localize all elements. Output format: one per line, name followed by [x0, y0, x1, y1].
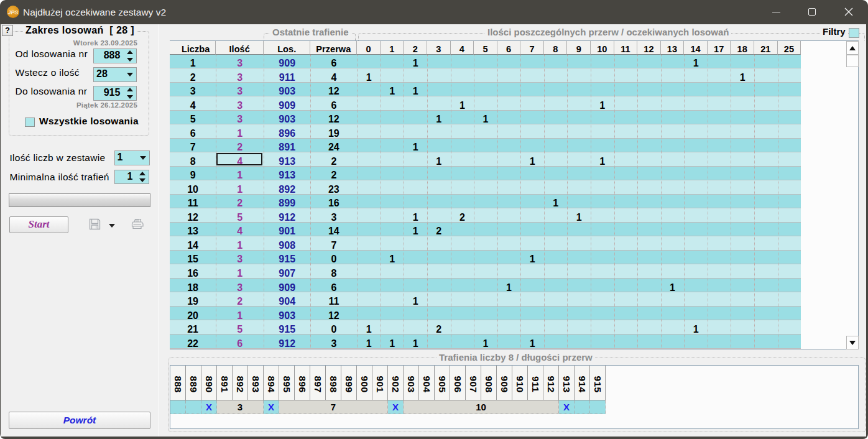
svg-text:JPS: JPS [7, 9, 18, 16]
